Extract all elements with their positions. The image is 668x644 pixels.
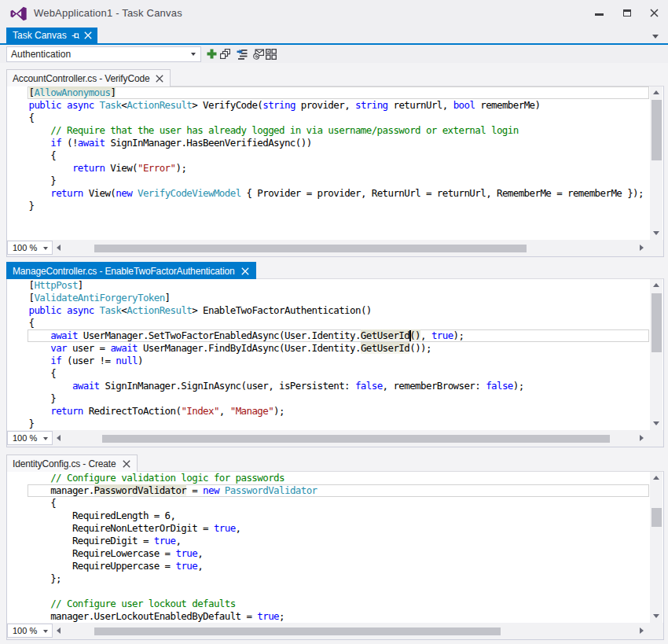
chevron-down-icon[interactable] xyxy=(43,437,48,440)
close-icon[interactable] xyxy=(123,460,130,468)
zoom-level-select[interactable]: 100 % xyxy=(7,431,53,445)
zoom-level-select[interactable]: 100 % xyxy=(7,241,53,255)
scroll-up-icon[interactable] xyxy=(653,90,659,94)
code-token xyxy=(29,187,51,199)
tab-overflow-dropdown-icon[interactable] xyxy=(652,35,659,39)
code-line: { xyxy=(7,149,663,162)
code-token: // Require that the user has already log… xyxy=(29,124,519,136)
vertical-scrollbar-thumb[interactable] xyxy=(651,293,662,352)
code-token: , xyxy=(197,547,203,559)
scroll-down-icon[interactable] xyxy=(653,231,659,235)
code-editor[interactable]: [HttpPost][ValidateAntiForgeryToken]publ… xyxy=(7,279,663,430)
code-token: UserManager.FindByIdAsync(User.Identity. xyxy=(138,342,361,354)
code-fragment-pane-manage-controller: ManageController.cs - EnableTwoFactorAut… xyxy=(0,262,668,447)
tab-task-canvas[interactable]: Task Canvas xyxy=(6,28,97,43)
grid-layout-button[interactable] xyxy=(266,49,277,60)
horizontal-scrollbar[interactable]: 100 % xyxy=(7,240,663,256)
code-editor[interactable]: [AllowAnonymous]public async Task<Action… xyxy=(7,86,663,240)
minimize-button[interactable] xyxy=(585,0,613,26)
close-icon[interactable] xyxy=(156,75,163,83)
chevron-down-icon[interactable] xyxy=(191,53,196,56)
code-token xyxy=(29,342,51,354)
scroll-right-icon[interactable] xyxy=(640,245,644,251)
code-token: } xyxy=(29,175,57,186)
fragment-tab-label: AccountController.cs - VerifyCode xyxy=(13,73,149,84)
code-token xyxy=(132,187,138,199)
code-token: View( xyxy=(105,162,138,174)
scroll-right-icon[interactable] xyxy=(640,627,644,634)
vertical-scrollbar[interactable] xyxy=(650,472,662,623)
code-token: false xyxy=(355,380,383,392)
code-line: await SignInManager.SignInAsync(user, is… xyxy=(7,380,663,392)
add-to-task-list-button[interactable] xyxy=(237,49,248,60)
window-controls xyxy=(585,0,668,26)
code-token: View( xyxy=(83,187,116,199)
code-token: PasswordValidator xyxy=(225,484,317,496)
scroll-left-icon[interactable] xyxy=(57,245,61,251)
code-token: manager.UserLockoutEnabledByDefault = xyxy=(29,610,258,622)
horizontal-scrollbar[interactable]: 100 % xyxy=(7,430,663,447)
vertical-scrollbar[interactable] xyxy=(650,279,662,430)
horizontal-scrollbar-thumb[interactable] xyxy=(94,627,501,635)
code-token: SignInManager.HasBeenVerifiedAsync()) xyxy=(105,137,311,149)
email-task-button[interactable] xyxy=(253,49,264,60)
code-line: RequireNonLetterOrDigit = true, xyxy=(7,522,663,535)
vertical-scrollbar-thumb[interactable] xyxy=(651,508,662,527)
code-token: null xyxy=(116,355,138,366)
scroll-down-icon[interactable] xyxy=(653,614,659,618)
code-token: VerifyCodeViewModel xyxy=(138,187,241,199)
close-icon[interactable] xyxy=(84,31,92,39)
scroll-left-icon[interactable] xyxy=(57,435,61,441)
add-task-button[interactable] xyxy=(207,49,217,59)
code-token: return xyxy=(50,405,83,417)
cascade-fragments-button[interactable] xyxy=(220,49,230,59)
code-lines: // Configure validation logic for passwo… xyxy=(7,472,663,623)
close-icon[interactable] xyxy=(241,267,249,275)
code-line: { xyxy=(7,367,663,380)
code-token: { xyxy=(29,317,35,329)
scroll-down-icon[interactable] xyxy=(653,421,659,425)
horizontal-scrollbar[interactable]: 100 % xyxy=(7,623,663,639)
visual-studio-logo-icon xyxy=(10,6,27,22)
scroll-up-icon[interactable] xyxy=(653,476,659,480)
fragment-tab-row: IdentityConfig.cs - Create xyxy=(6,454,664,472)
fragment-tab-account-controller[interactable]: AccountController.cs - VerifyCode xyxy=(6,69,171,86)
code-token xyxy=(29,162,72,174)
task-canvas-toolbar: Authentication xyxy=(0,45,668,63)
code-token: ] xyxy=(110,86,116,98)
code-token: await xyxy=(72,380,100,392)
code-line xyxy=(7,585,663,598)
zoom-level-select[interactable]: 100 % xyxy=(7,624,53,638)
horizontal-scrollbar-thumb[interactable] xyxy=(94,245,527,252)
fragment-tab-identity-config[interactable]: IdentityConfig.cs - Create xyxy=(6,454,138,472)
fragment-tab-manage-controller[interactable]: ManageController.cs - EnableTwoFactorAut… xyxy=(6,262,256,279)
close-button[interactable] xyxy=(640,0,668,26)
code-token: await xyxy=(78,137,105,149)
code-editor[interactable]: // Configure validation logic for passwo… xyxy=(7,472,663,623)
maximize-icon xyxy=(623,9,631,17)
pin-icon[interactable] xyxy=(72,31,80,40)
scroll-right-icon[interactable] xyxy=(640,435,644,441)
code-line: [ValidateAntiForgeryToken] xyxy=(7,292,663,304)
code-token: string xyxy=(262,99,295,111)
code-line: { xyxy=(7,112,663,124)
horizontal-scrollbar-thumb[interactable] xyxy=(102,435,610,443)
code-line: return RedirectToAction("Index", "Manage… xyxy=(7,405,663,418)
scroll-left-icon[interactable] xyxy=(57,627,61,634)
tool-window-tab-strip: Task Canvas xyxy=(0,26,668,43)
vertical-scrollbar[interactable] xyxy=(650,86,662,240)
task-group-combobox[interactable]: Authentication xyxy=(6,46,201,62)
code-token: ] xyxy=(165,292,171,304)
vertical-scrollbar-thumb[interactable] xyxy=(651,100,662,160)
chevron-down-icon[interactable] xyxy=(43,630,48,633)
code-token: if xyxy=(50,355,61,366)
code-token xyxy=(29,329,51,341)
code-token: provider, xyxy=(295,99,355,111)
chevron-down-icon[interactable] xyxy=(43,247,48,250)
scroll-up-icon[interactable] xyxy=(653,283,659,287)
code-token: ActionResult xyxy=(127,99,192,111)
code-token: RedirectToAction( xyxy=(83,405,182,417)
code-token: true xyxy=(257,610,279,622)
maximize-button[interactable] xyxy=(613,0,640,26)
zoom-level-value: 100 % xyxy=(13,433,37,443)
